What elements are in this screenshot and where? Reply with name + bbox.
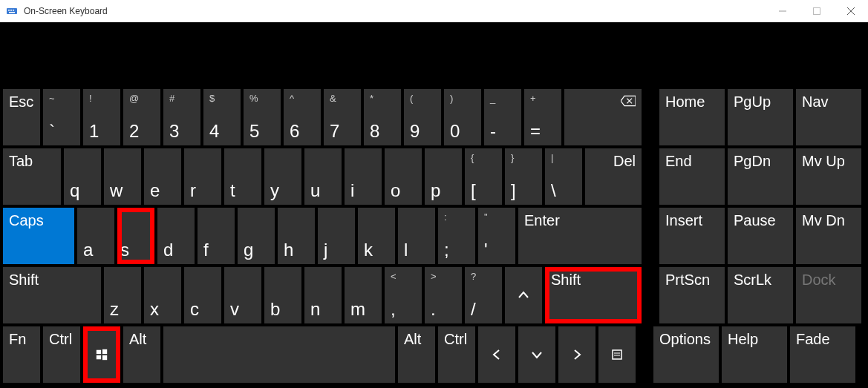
key-scrlk[interactable]: ScrLk — [728, 267, 793, 323]
svg-rect-4 — [9, 12, 15, 13]
key-o[interactable]: o — [385, 148, 422, 205]
key-p[interactable]: p — [425, 148, 462, 205]
key-lctrl[interactable]: Ctrl — [43, 326, 80, 383]
key-quote[interactable]: "' — [478, 208, 515, 264]
key-2[interactable]: @2 — [123, 89, 160, 145]
key-5[interactable]: %5 — [244, 89, 281, 145]
key-pause[interactable]: Pause — [728, 208, 793, 264]
key-help[interactable]: Help — [722, 326, 787, 383]
key-v[interactable]: v — [224, 267, 261, 323]
svg-rect-12 — [102, 349, 107, 354]
key-prtscn[interactable]: PrtScn — [659, 267, 725, 323]
key-lshift[interactable]: Shift — [3, 267, 101, 323]
svg-rect-1 — [8, 10, 10, 11]
svg-rect-14 — [102, 355, 107, 360]
key-mvdn[interactable]: Mv Dn — [796, 208, 861, 264]
key-backspace[interactable] — [564, 89, 642, 145]
key-r[interactable]: r — [184, 148, 221, 205]
key-1[interactable]: !1 — [83, 89, 120, 145]
key-backslash[interactable]: |\ — [545, 148, 582, 205]
key-pgup[interactable]: PgUp — [728, 89, 793, 145]
key-z[interactable]: z — [104, 267, 141, 323]
svg-rect-6 — [814, 7, 820, 14]
window-title: On-Screen Keyboard — [24, 6, 108, 16]
key-lalt[interactable]: Alt — [123, 326, 160, 383]
key-h[interactable]: h — [278, 208, 315, 264]
key-windows[interactable] — [83, 326, 120, 383]
key-lbracket[interactable]: {[ — [465, 148, 502, 205]
key-rbracket[interactable]: }] — [505, 148, 542, 205]
key-slash[interactable]: ?/ — [465, 267, 502, 323]
key-arrowup[interactable] — [505, 267, 542, 323]
key-nav[interactable]: Nav — [796, 89, 861, 145]
key-i[interactable]: i — [345, 148, 382, 205]
row-bottom: Fn Ctrl Alt Alt Ctrl Options Help Fade — [3, 326, 868, 383]
key-del[interactable]: Del — [585, 148, 642, 205]
key-arrowright[interactable] — [558, 326, 595, 383]
key-fn[interactable]: Fn — [3, 326, 40, 383]
key-y[interactable]: y — [264, 148, 301, 205]
arrow-down-icon — [529, 347, 544, 362]
app-icon — [6, 5, 18, 17]
key-backtick[interactable]: ~` — [43, 89, 80, 145]
key-d[interactable]: d — [157, 208, 195, 264]
key-caps[interactable]: Caps — [3, 208, 74, 264]
svg-rect-3 — [13, 10, 14, 11]
key-u[interactable]: u — [304, 148, 342, 205]
key-m[interactable]: m — [345, 267, 382, 323]
key-0[interactable]: )0 — [444, 89, 481, 145]
key-rctrl[interactable]: Ctrl — [438, 326, 475, 383]
svg-rect-11 — [97, 350, 101, 354]
key-n[interactable]: n — [304, 267, 342, 323]
key-b[interactable]: b — [264, 267, 301, 323]
menu-icon — [611, 349, 623, 361]
key-comma[interactable]: <, — [385, 267, 422, 323]
key-arrowdown[interactable] — [518, 326, 555, 383]
key-dock[interactable]: Dock — [796, 267, 861, 323]
key-pgdn[interactable]: PgDn — [728, 148, 793, 205]
key-8[interactable]: *8 — [364, 89, 401, 145]
key-g[interactable]: g — [238, 208, 275, 264]
key-ralt[interactable]: Alt — [398, 326, 435, 383]
key-menu[interactable] — [598, 326, 636, 383]
key-space[interactable] — [163, 326, 395, 383]
key-q[interactable]: q — [64, 148, 101, 205]
close-button[interactable] — [834, 0, 868, 22]
windows-icon — [95, 348, 108, 361]
key-9[interactable]: (9 — [404, 89, 441, 145]
key-s[interactable]: s — [117, 208, 154, 264]
key-k[interactable]: k — [358, 208, 395, 264]
row-numbers: Esc ~` !1 @2 #3 $4 %5 ^6 &7 *8 (9 )0 _- … — [3, 89, 868, 145]
key-period[interactable]: >. — [425, 267, 462, 323]
key-e[interactable]: e — [144, 148, 181, 205]
key-equals[interactable]: += — [524, 89, 561, 145]
key-home[interactable]: Home — [659, 89, 725, 145]
key-6[interactable]: ^6 — [284, 89, 321, 145]
key-t[interactable]: t — [224, 148, 261, 205]
key-semicolon[interactable]: :; — [438, 208, 475, 264]
key-mvup[interactable]: Mv Up — [796, 148, 861, 205]
key-c[interactable]: c — [184, 267, 221, 323]
key-l[interactable]: l — [398, 208, 435, 264]
key-4[interactable]: $4 — [203, 89, 241, 145]
key-w[interactable]: w — [104, 148, 141, 205]
key-fade[interactable]: Fade — [790, 326, 855, 383]
maximize-button[interactable] — [800, 0, 834, 22]
key-arrowleft[interactable] — [478, 326, 515, 383]
key-rshift[interactable]: Shift — [545, 267, 642, 323]
key-enter[interactable]: Enter — [518, 208, 642, 264]
key-x[interactable]: x — [144, 267, 181, 323]
key-a[interactable]: a — [77, 208, 114, 264]
key-j[interactable]: j — [318, 208, 355, 264]
key-f[interactable]: f — [198, 208, 235, 264]
key-insert[interactable]: Insert — [659, 208, 725, 264]
minimize-button[interactable] — [766, 0, 800, 22]
key-options[interactable]: Options — [653, 326, 719, 383]
key-esc[interactable]: Esc — [3, 89, 40, 145]
key-3[interactable]: #3 — [163, 89, 200, 145]
key-minus[interactable]: _- — [484, 89, 521, 145]
svg-rect-13 — [97, 355, 101, 359]
key-end[interactable]: End — [659, 148, 725, 205]
key-tab[interactable]: Tab — [3, 148, 61, 205]
key-7[interactable]: &7 — [324, 89, 361, 145]
